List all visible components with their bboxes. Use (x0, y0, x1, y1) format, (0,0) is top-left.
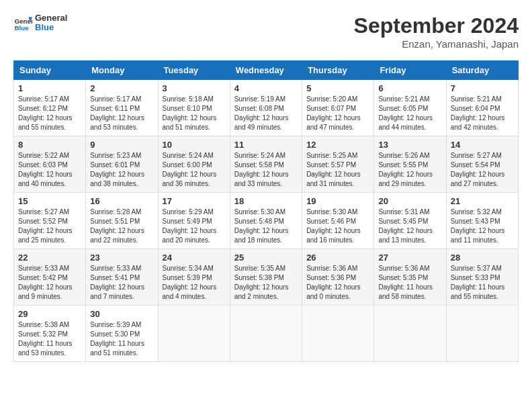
calendar-table: Sunday Monday Tuesday Wednesday Thursday… (13, 60, 519, 362)
table-row: 1 Sunrise: 5:17 AMSunset: 6:12 PMDayligh… (14, 80, 519, 136)
day-cell-27: 27 Sunrise: 5:36 AMSunset: 5:35 PMDaylig… (374, 249, 446, 306)
day-cell-7: 7 Sunrise: 5:21 AMSunset: 6:04 PMDayligh… (446, 80, 518, 136)
col-saturday: Saturday (446, 61, 518, 80)
day-cell-21: 21 Sunrise: 5:32 AMSunset: 5:43 PMDaylig… (446, 193, 518, 249)
day-cell-16: 16 Sunrise: 5:28 AMSunset: 5:51 PMDaylig… (86, 193, 158, 249)
title-block: September 2024 Enzan, Yamanashi, Japan (354, 13, 519, 50)
day-cell-17: 17 Sunrise: 5:29 AMSunset: 5:49 PMDaylig… (158, 193, 230, 249)
month-title: September 2024 (354, 13, 519, 38)
day-cell-4: 4 Sunrise: 5:19 AMSunset: 6:08 PMDayligh… (230, 80, 302, 136)
day-cell-9: 9 Sunrise: 5:23 AMSunset: 6:01 PMDayligh… (86, 136, 158, 193)
day-cell-25: 25 Sunrise: 5:35 AMSunset: 5:38 PMDaylig… (230, 249, 302, 306)
col-monday: Monday (86, 61, 158, 80)
day-cell-13: 13 Sunrise: 5:26 AMSunset: 5:55 PMDaylig… (374, 136, 446, 193)
day-cell-8: 8 Sunrise: 5:22 AMSunset: 6:03 PMDayligh… (14, 136, 86, 193)
day-cell-3: 3 Sunrise: 5:18 AMSunset: 6:10 PMDayligh… (158, 80, 230, 136)
table-row: 29 Sunrise: 5:38 AMSunset: 5:32 PMDaylig… (14, 306, 519, 362)
col-wednesday: Wednesday (230, 61, 302, 80)
col-thursday: Thursday (302, 61, 374, 80)
col-sunday: Sunday (14, 61, 86, 80)
day-cell-1: 1 Sunrise: 5:17 AMSunset: 6:12 PMDayligh… (14, 80, 86, 136)
day-cell-29: 29 Sunrise: 5:38 AMSunset: 5:32 PMDaylig… (14, 306, 86, 362)
day-cell-6: 6 Sunrise: 5:21 AMSunset: 6:05 PMDayligh… (374, 80, 446, 136)
day-cell-22: 22 Sunrise: 5:33 AMSunset: 5:42 PMDaylig… (14, 249, 86, 306)
day-cell-24: 24 Sunrise: 5:34 AMSunset: 5:39 PMDaylig… (158, 249, 230, 306)
calendar-header-row: Sunday Monday Tuesday Wednesday Thursday… (14, 61, 519, 80)
table-row: 15 Sunrise: 5:27 AMSunset: 5:52 PMDaylig… (14, 193, 519, 249)
day-cell-18: 18 Sunrise: 5:30 AMSunset: 5:48 PMDaylig… (230, 193, 302, 249)
col-tuesday: Tuesday (158, 61, 230, 80)
day-cell-26: 26 Sunrise: 5:36 AMSunset: 5:36 PMDaylig… (302, 249, 374, 306)
day-cell-12: 12 Sunrise: 5:25 AMSunset: 5:57 PMDaylig… (302, 136, 374, 193)
day-cell-10: 10 Sunrise: 5:24 AMSunset: 6:00 PMDaylig… (158, 136, 230, 193)
logo: General Blue General Blue (13, 13, 67, 33)
logo-general: General (35, 13, 67, 23)
location-subtitle: Enzan, Yamanashi, Japan (354, 38, 519, 50)
table-row: 8 Sunrise: 5:22 AMSunset: 6:03 PMDayligh… (14, 136, 519, 193)
table-row: 22 Sunrise: 5:33 AMSunset: 5:42 PMDaylig… (14, 249, 519, 306)
day-cell-30: 30 Sunrise: 5:39 AMSunset: 5:30 PMDaylig… (86, 306, 158, 362)
empty-cell (230, 306, 302, 362)
col-friday: Friday (374, 61, 446, 80)
day-cell-11: 11 Sunrise: 5:24 AMSunset: 5:58 PMDaylig… (230, 136, 302, 193)
empty-cell (446, 306, 518, 362)
day-cell-15: 15 Sunrise: 5:27 AMSunset: 5:52 PMDaylig… (14, 193, 86, 249)
day-cell-20: 20 Sunrise: 5:31 AMSunset: 5:45 PMDaylig… (374, 193, 446, 249)
day-cell-28: 28 Sunrise: 5:37 AMSunset: 5:33 PMDaylig… (446, 249, 518, 306)
day-cell-23: 23 Sunrise: 5:33 AMSunset: 5:41 PMDaylig… (86, 249, 158, 306)
empty-cell (374, 306, 446, 362)
logo-blue: Blue (35, 23, 67, 32)
logo-icon: General Blue (13, 13, 32, 32)
day-cell-14: 14 Sunrise: 5:27 AMSunset: 5:54 PMDaylig… (446, 136, 518, 193)
day-cell-5: 5 Sunrise: 5:20 AMSunset: 6:07 PMDayligh… (302, 80, 374, 136)
svg-text:Blue: Blue (14, 24, 29, 32)
day-cell-19: 19 Sunrise: 5:30 AMSunset: 5:46 PMDaylig… (302, 193, 374, 249)
empty-cell (302, 306, 374, 362)
empty-cell (158, 306, 230, 362)
page-header: General Blue General Blue September 2024… (13, 13, 519, 50)
day-cell-2: 2 Sunrise: 5:17 AMSunset: 6:11 PMDayligh… (86, 80, 158, 136)
